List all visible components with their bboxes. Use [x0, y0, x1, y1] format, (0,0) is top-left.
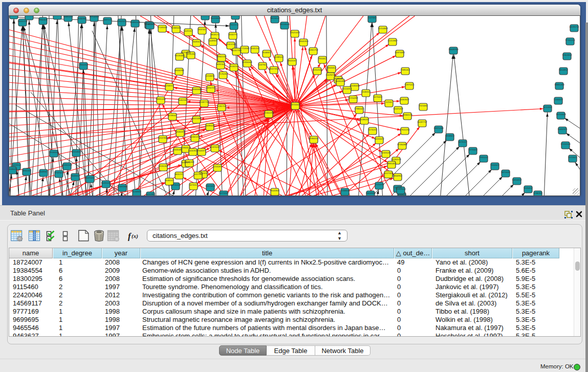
- svg-text:28831436: 28831436: [156, 98, 166, 100]
- svg-text:5517329: 5517329: [384, 172, 393, 174]
- svg-text:4504000: 4504000: [50, 151, 58, 154]
- svg-text:8813054: 8813054: [271, 17, 279, 19]
- svg-text:4126906: 4126906: [133, 190, 141, 193]
- svg-text:2008261: 2008261: [362, 91, 371, 93]
- svg-text:4844950: 4844950: [394, 174, 402, 177]
- svg-text:08227654: 08227654: [269, 68, 279, 70]
- svg-text:9960308: 9960308: [39, 18, 48, 21]
- svg-text:38885393: 38885393: [554, 83, 564, 86]
- svg-text:1862527: 1862527: [118, 20, 126, 23]
- svg-text:19384554: 19384554: [309, 137, 319, 140]
- svg-text:09260309: 09260309: [158, 165, 168, 167]
- svg-text:17483380: 17483380: [117, 185, 127, 188]
- svg-text:9305652: 9305652: [328, 67, 336, 69]
- svg-text:8471626: 8471626: [502, 171, 510, 173]
- svg-text:97465075: 97465075: [145, 23, 155, 26]
- svg-text:(x): (x): [132, 233, 138, 239]
- svg-text:5515058: 5515058: [375, 183, 384, 186]
- svg-text:0837407: 0837407: [198, 28, 207, 31]
- svg-text:60536630: 60536630: [350, 84, 360, 87]
- svg-text:9487574: 9487574: [103, 18, 112, 21]
- svg-text:4865465: 4865465: [387, 162, 396, 165]
- svg-text:24180578: 24180578: [391, 158, 401, 161]
- svg-text:24595711: 24595711: [570, 26, 579, 28]
- svg-text:44634786: 44634786: [174, 69, 184, 72]
- svg-text:16961758: 16961758: [308, 49, 318, 51]
- svg-text:1253287: 1253287: [213, 165, 222, 168]
- svg-text:85356068: 85356068: [242, 61, 252, 63]
- svg-text:13613412: 13613412: [205, 185, 215, 187]
- svg-text:25300293: 25300293: [264, 112, 274, 114]
- svg-text:2047682: 2047682: [368, 16, 377, 19]
- svg-text:01687731: 01687731: [199, 101, 209, 103]
- svg-text:0317764: 0317764: [194, 173, 203, 176]
- svg-text:3448347: 3448347: [39, 170, 48, 173]
- svg-text:9146821: 9146821: [263, 51, 271, 54]
- svg-text:49366578: 49366578: [402, 114, 412, 116]
- svg-text:2213878: 2213878: [206, 75, 214, 77]
- svg-text:24273167: 24273167: [219, 192, 229, 194]
- svg-text:1258153: 1258153: [165, 84, 174, 87]
- svg-text:83726167: 83726167: [170, 184, 181, 186]
- svg-text:6565150: 6565150: [251, 47, 259, 50]
- svg-text:10654112: 10654112: [512, 179, 522, 181]
- svg-text:30435205: 30435205: [101, 182, 111, 184]
- svg-text:7357274: 7357274: [230, 24, 238, 26]
- svg-text:5449920: 5449920: [209, 39, 217, 42]
- svg-text:8737167: 8737167: [55, 171, 63, 174]
- svg-text:16033809: 16033809: [210, 17, 221, 19]
- svg-text:7343373: 7343373: [198, 149, 206, 152]
- svg-text:4788783: 4788783: [534, 192, 542, 194]
- svg-text:56130445: 56130445: [175, 54, 185, 57]
- svg-text:10025458: 10025458: [393, 107, 403, 110]
- svg-text:01895559: 01895559: [130, 21, 140, 24]
- svg-text:9541858: 9541858: [271, 189, 279, 192]
- svg-text:2905334: 2905334: [79, 63, 88, 66]
- svg-text:10973493: 10973493: [395, 51, 405, 54]
- svg-text:20097737: 20097737: [417, 121, 427, 123]
- svg-text:29975288: 29975288: [433, 127, 444, 129]
- svg-text:7409319: 7409319: [192, 40, 201, 43]
- svg-text:6360607: 6360607: [182, 146, 190, 149]
- svg-text:4104234: 4104234: [230, 65, 238, 68]
- svg-text:6849340: 6849340: [71, 174, 80, 177]
- svg-text:84335326: 84335326: [62, 164, 72, 166]
- svg-text:07413748: 07413748: [226, 43, 236, 46]
- svg-text:4264628: 4264628: [398, 193, 406, 196]
- svg-text:9245652: 9245652: [524, 187, 533, 189]
- svg-text:74537838: 74537838: [158, 137, 168, 139]
- svg-text:1419314: 1419314: [12, 164, 21, 166]
- svg-text:62160: 62160: [386, 101, 393, 103]
- svg-text:3191284: 3191284: [187, 53, 195, 55]
- svg-text:57249208: 57249208: [157, 26, 167, 29]
- svg-text:8414852: 8414852: [559, 69, 568, 71]
- svg-text:51402614: 51402614: [396, 188, 406, 190]
- svg-text:79754323: 79754323: [89, 16, 99, 18]
- svg-text:02014620: 02014620: [71, 150, 81, 153]
- svg-text:27611256: 27611256: [400, 128, 410, 131]
- svg-text:30552034: 30552034: [312, 69, 322, 71]
- svg-text:6546107: 6546107: [165, 179, 174, 182]
- svg-text:7058649: 7058649: [9, 168, 17, 170]
- svg-text:4655721: 4655721: [175, 173, 184, 176]
- svg-text:7485063: 7485063: [401, 69, 410, 71]
- svg-text:6450749: 6450749: [207, 86, 215, 89]
- svg-text:64460495: 64460495: [335, 80, 345, 82]
- svg-text:9093786: 9093786: [78, 17, 86, 20]
- svg-text:70658948: 70658948: [365, 192, 376, 194]
- svg-text:76402067: 76402067: [178, 99, 188, 101]
- svg-text:87394983: 87394983: [397, 143, 407, 146]
- svg-text:18640910: 18640910: [298, 40, 309, 42]
- svg-text:77741215: 77741215: [565, 39, 575, 41]
- svg-text:7955812: 7955812: [318, 57, 327, 60]
- svg-text:82889093: 82889093: [171, 27, 181, 29]
- svg-text:41979237: 41979237: [210, 146, 220, 148]
- svg-text:9115460: 9115460: [419, 104, 428, 107]
- svg-text:0640037: 0640037: [176, 130, 185, 133]
- svg-text:17016504: 17016504: [560, 143, 571, 145]
- svg-text:20691406: 20691406: [63, 16, 73, 18]
- svg-text:4431982: 4431982: [146, 193, 155, 195]
- svg-text:13078716: 13078716: [325, 74, 336, 76]
- svg-text:6439008: 6439008: [206, 124, 214, 127]
- svg-text:9474444: 9474444: [469, 148, 477, 151]
